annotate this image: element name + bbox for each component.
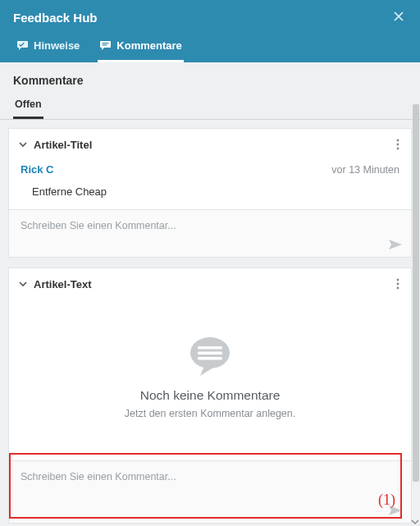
scrollbar[interactable]: [412, 0, 420, 526]
hints-icon: [16, 40, 29, 51]
svg-rect-0: [103, 43, 109, 43]
tab-hints-label: Hinweise: [34, 39, 80, 52]
comment-input[interactable]: [9, 461, 411, 487]
svg-point-4: [397, 148, 399, 150]
card-header: Artikel-Titel: [9, 129, 411, 160]
card-more-menu[interactable]: [393, 137, 403, 152]
card-title: Artikel-Titel: [34, 139, 393, 151]
send-button[interactable]: [388, 239, 403, 250]
card-title: Artikel-Text: [34, 278, 393, 290]
subtab-open[interactable]: Offen: [13, 94, 43, 119]
header-top-row: Feedback Hub: [0, 0, 420, 33]
header-tabs: Hinweise Kommentare: [0, 33, 420, 62]
feedback-hub-panel: Feedback Hub Hinweise Kommentare Komment…: [0, 0, 420, 526]
empty-state: Noch keine Kommentare Jetzt den ersten K…: [9, 300, 411, 460]
comment-input[interactable]: [9, 210, 411, 236]
comment-card-article-text: Artikel-Text N: [8, 268, 412, 524]
card-more-menu[interactable]: [393, 277, 403, 291]
tab-comments-label: Kommentare: [116, 39, 181, 52]
comments-icon: [99, 40, 112, 51]
more-vertical-icon: [396, 278, 399, 290]
svg-point-5: [397, 279, 399, 281]
chevron-down-icon: [19, 140, 27, 149]
chevron-down-icon: [19, 280, 27, 288]
speech-bubble-icon: [186, 335, 234, 380]
panel-body: Kommentare Offen Artikel-Titel Rick C: [0, 62, 420, 526]
svg-point-2: [397, 140, 399, 142]
send-button[interactable]: [388, 505, 403, 516]
close-icon: [394, 11, 404, 21]
comment-meta-row: Rick C vor 13 Minuten: [9, 160, 411, 179]
empty-state-title: Noch keine Kommentare: [140, 388, 281, 403]
section-title: Kommentare: [0, 62, 420, 92]
svg-rect-11: [198, 357, 222, 360]
subtabs: Offen: [0, 92, 420, 120]
card-header: Artikel-Text: [9, 268, 411, 300]
scrollbar-down-arrow[interactable]: [411, 516, 419, 524]
svg-rect-9: [198, 346, 222, 350]
close-button[interactable]: [390, 8, 407, 26]
svg-point-6: [397, 283, 399, 286]
scrollbar-thumb[interactable]: [413, 104, 419, 482]
comment-author[interactable]: Rick C: [21, 163, 53, 176]
send-icon: [388, 505, 403, 516]
collapse-toggle[interactable]: [17, 139, 29, 151]
svg-point-3: [397, 144, 399, 146]
comment-text: Entferne Cheap: [9, 179, 411, 209]
svg-rect-10: [198, 351, 222, 354]
comment-input-area: [9, 209, 411, 257]
empty-state-subtitle: Jetzt den ersten Kommentar anlegen.: [125, 408, 295, 419]
panel-title: Feedback Hub: [13, 11, 98, 25]
comment-card-article-title: Artikel-Titel Rick C vor 13 Minuten Entf…: [8, 128, 412, 258]
send-icon: [388, 239, 403, 250]
comment-input-area: [9, 460, 411, 523]
svg-rect-1: [103, 44, 107, 45]
panel-header: Feedback Hub Hinweise Kommentare: [0, 0, 420, 62]
tab-hints[interactable]: Hinweise: [15, 33, 81, 62]
comment-time: vor 13 Minuten: [331, 164, 399, 176]
content-scroll: Artikel-Titel Rick C vor 13 Minuten Entf…: [0, 120, 420, 526]
collapse-toggle[interactable]: [17, 278, 29, 290]
tab-comments[interactable]: Kommentare: [98, 33, 183, 62]
more-vertical-icon: [396, 139, 399, 150]
svg-point-7: [397, 287, 399, 290]
